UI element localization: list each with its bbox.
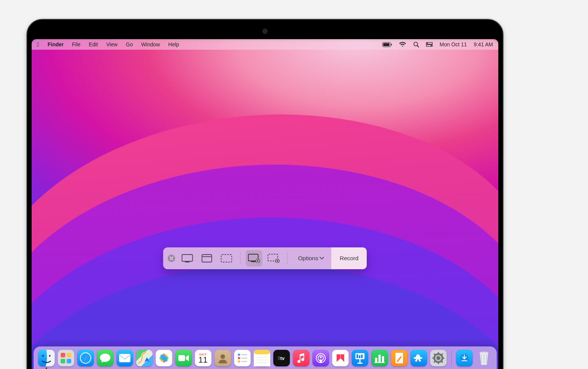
svg-point-44 (238, 360, 240, 363)
svg-rect-25 (67, 353, 71, 357)
dock-app-contacts[interactable] (214, 350, 231, 366)
dock-app-calendar[interactable]: OCT 11 (195, 350, 211, 366)
dock-separator (451, 350, 452, 366)
dock-app-finder[interactable] (38, 350, 55, 366)
dock-app-photos[interactable] (156, 350, 172, 366)
dock-app-music[interactable] (293, 350, 309, 366)
capture-window-button[interactable] (199, 250, 215, 267)
record-label: Record (340, 255, 358, 262)
svg-rect-32 (119, 354, 130, 362)
options-label: Options (298, 255, 318, 262)
dock-app-numbers[interactable] (371, 350, 388, 366)
svg-line-73 (441, 361, 443, 363)
svg-rect-47 (254, 354, 270, 366)
svg-point-42 (238, 357, 240, 359)
dock-app-safari[interactable] (77, 350, 94, 366)
desktop-wallpaper[interactable]:  Finder File Edit View Go Window Help (32, 39, 498, 369)
svg-marker-33 (144, 357, 150, 363)
dock-app-launchpad[interactable] (58, 350, 74, 366)
dock-app-maps[interactable] (136, 350, 153, 366)
apple-menu-icon[interactable]:  (37, 41, 39, 48)
options-dropdown[interactable]: Options (291, 250, 331, 267)
svg-rect-1 (383, 43, 390, 46)
capture-entire-screen-button[interactable] (179, 250, 196, 267)
running-indicator (46, 367, 47, 369)
dock-app-news[interactable] (332, 350, 349, 366)
svg-rect-10 (185, 262, 190, 262)
svg-rect-24 (61, 353, 65, 357)
dock-trash[interactable] (476, 350, 492, 366)
menu-file[interactable]: File (72, 41, 81, 47)
svg-rect-57 (357, 354, 358, 358)
dock-app-podcasts[interactable] (312, 350, 329, 366)
svg-rect-63 (374, 362, 385, 363)
svg-point-6 (427, 43, 428, 44)
menu-window[interactable]: Window (141, 41, 160, 47)
app-menu[interactable]: Finder (47, 41, 64, 47)
menu-go[interactable]: Go (126, 41, 133, 47)
svg-rect-62 (382, 356, 384, 362)
record-button[interactable]: Record (331, 247, 367, 269)
dock-app-tv[interactable]: tv (273, 350, 290, 366)
menu-bar:  Finder File Edit View Go Window Help (32, 39, 498, 50)
svg-point-8 (431, 45, 432, 46)
svg-rect-58 (359, 355, 360, 358)
menu-date[interactable]: Mon Oct 11 (439, 41, 467, 47)
svg-rect-61 (378, 355, 381, 362)
svg-point-23 (49, 355, 50, 357)
svg-point-17 (257, 260, 259, 262)
svg-line-75 (434, 361, 435, 363)
dock-app-reminders[interactable] (234, 350, 251, 366)
chevron-down-icon (320, 257, 324, 260)
calendar-day: 11 (198, 356, 207, 364)
svg-rect-41 (241, 354, 247, 355)
svg-rect-55 (359, 359, 360, 363)
svg-point-22 (42, 355, 43, 357)
dock-app-facetime[interactable] (175, 350, 192, 366)
dock-app-pages[interactable] (391, 350, 407, 366)
svg-rect-26 (61, 359, 65, 363)
svg-rect-64 (395, 353, 403, 363)
dock-app-appstore[interactable] (410, 350, 427, 366)
svg-rect-45 (241, 361, 247, 362)
svg-line-72 (434, 354, 435, 355)
svg-rect-56 (357, 363, 363, 364)
dock: OCT 11 tv (34, 346, 497, 369)
dock-app-notes[interactable] (254, 350, 270, 366)
dock-app-settings[interactable] (430, 350, 447, 366)
camera-notch (262, 29, 268, 34)
close-button[interactable] (168, 255, 175, 262)
svg-point-39 (220, 354, 225, 359)
svg-line-74 (441, 354, 443, 355)
spotlight-search-icon[interactable] (413, 41, 419, 47)
menu-edit[interactable]: Edit (89, 41, 98, 47)
svg-rect-59 (361, 355, 363, 358)
dock-downloads-folder[interactable] (456, 350, 473, 366)
dock-app-messages[interactable] (97, 350, 113, 366)
control-center-icon[interactable] (426, 42, 433, 47)
svg-line-4 (417, 46, 419, 47)
svg-rect-13 (221, 255, 232, 262)
menu-help[interactable]: Help (168, 41, 179, 47)
svg-point-20 (277, 260, 278, 262)
wifi-status-icon[interactable] (399, 42, 406, 47)
dock-app-mail[interactable] (116, 350, 133, 366)
svg-rect-46 (254, 350, 270, 354)
record-entire-screen-button[interactable] (246, 250, 262, 267)
svg-point-53 (320, 357, 322, 358)
svg-rect-27 (67, 359, 71, 363)
svg-rect-9 (182, 255, 193, 261)
laptop-frame:  Finder File Edit View Go Window Help (26, 19, 504, 369)
menu-time[interactable]: 9:41 AM (474, 41, 493, 47)
toolbar-separator (287, 252, 288, 265)
svg-rect-2 (391, 44, 392, 46)
capture-selection-button[interactable] (218, 250, 235, 267)
record-selection-button[interactable] (265, 250, 282, 267)
svg-rect-43 (241, 358, 247, 359)
svg-rect-11 (202, 255, 212, 262)
menu-view[interactable]: View (106, 41, 118, 47)
battery-status-icon[interactable] (382, 42, 392, 47)
dock-app-keynote[interactable] (352, 350, 368, 366)
svg-point-40 (238, 354, 240, 356)
screen:  Finder File Edit View Go Window Help (32, 39, 498, 369)
